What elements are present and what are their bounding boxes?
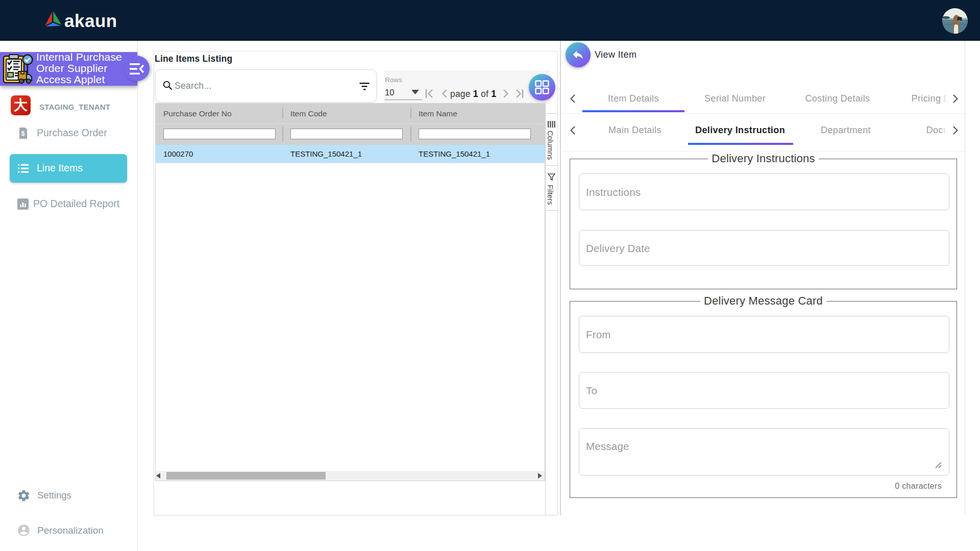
- svg-text:大: 大: [14, 97, 28, 113]
- svg-text:$: $: [21, 130, 25, 137]
